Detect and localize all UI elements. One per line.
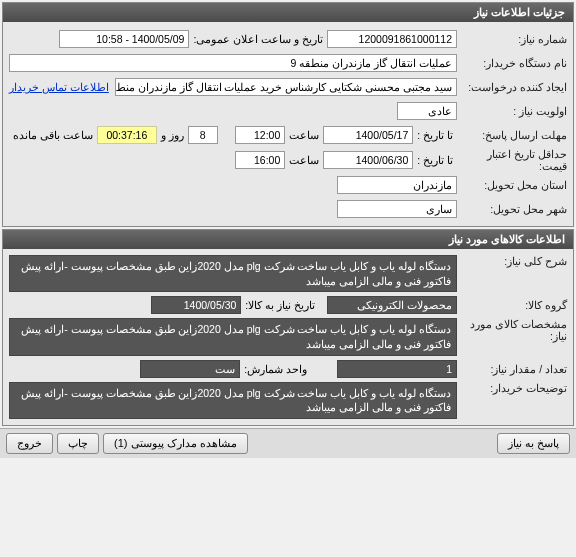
need-number-value: 1200091861000112 [327, 30, 457, 48]
priority-value: عادی [397, 102, 457, 120]
spec-label: مشخصات کالای مورد نیاز: [457, 318, 567, 342]
respond-button[interactable]: پاسخ به نیاز [497, 433, 570, 454]
need-date-label: تاریخ نیاز به کالا: [245, 299, 315, 311]
deadline-label: مهلت ارسال پاسخ: [457, 129, 567, 141]
exit-button[interactable]: خروج [6, 433, 53, 454]
time-label-2: ساعت [289, 154, 319, 166]
buyer-org-label: نام دستگاه خریدار: [457, 57, 567, 69]
days-label: روز و [161, 129, 184, 141]
requester-value: سید مجتبی محسنی شکتایی کارشناس خرید عملی… [115, 78, 457, 96]
days-remaining-value: 8 [188, 126, 218, 144]
time-label-1: ساعت [289, 129, 319, 141]
unit-label: واحد شمارش: [244, 363, 307, 375]
province-value: مازندران [337, 176, 457, 194]
goods-info-panel: اطلاعات کالاهای مورد نیاز شرح کلی نیاز: … [2, 229, 574, 426]
requester-label: ایجاد کننده درخواست: [457, 81, 567, 93]
panel2-body: شرح کلی نیاز: دستگاه لوله یاب و کابل یاب… [3, 249, 573, 425]
buyer-notes-value: دستگاه لوله یاب و کابل یاب ساخت شرکت plg… [9, 382, 457, 419]
attachments-button[interactable]: مشاهده مدارک پیوستی (1) [103, 433, 248, 454]
spec-value: دستگاه لوله یاب و کابل یاب ساخت شرکت plg… [9, 318, 457, 355]
city-label: شهر محل تحویل: [457, 203, 567, 215]
buyer-notes-label: توضیحات خریدار: [457, 382, 567, 394]
announce-label: تاریخ و ساعت اعلان عمومی: [193, 33, 323, 45]
qty-value: 1 [337, 360, 457, 378]
to-date-label-2: تا تاریخ : [417, 154, 453, 166]
group-label: گروه کالا: [457, 299, 567, 311]
panel1-header: جزئیات اطلاعات نیاز [3, 3, 573, 22]
time-remaining-value: 00:37:16 [97, 126, 157, 144]
priority-label: اولویت نیاز : [457, 105, 567, 117]
validity-time-value: 16:00 [235, 151, 285, 169]
need-date-value: 1400/05/30 [151, 296, 241, 314]
panel2-header: اطلاعات کالاهای مورد نیاز [3, 230, 573, 249]
validity-date-value: 1400/06/30 [323, 151, 413, 169]
deadline-time-value: 12:00 [235, 126, 285, 144]
city-value: ساری [337, 200, 457, 218]
need-number-label: شماره نیاز: [457, 33, 567, 45]
province-label: استان محل تحویل: [457, 179, 567, 191]
buyer-contact-link[interactable]: اطلاعات تماس خریدار [9, 81, 109, 93]
print-button[interactable]: چاپ [57, 433, 99, 454]
unit-value: ست [140, 360, 240, 378]
panel1-body: شماره نیاز: 1200091861000112 تاریخ و ساع… [3, 22, 573, 226]
group-value: محصولات الکترونیکی [327, 296, 457, 314]
validity-label: حداقل تاریخ اعتبار قیمت: [457, 148, 567, 172]
desc-label: شرح کلی نیاز: [457, 255, 567, 267]
qty-label: تعداد / مقدار نیاز: [457, 363, 567, 375]
need-details-panel: جزئیات اطلاعات نیاز شماره نیاز: 12000918… [2, 2, 574, 227]
deadline-date-value: 1400/05/17 [323, 126, 413, 144]
announce-value: 1400/05/09 - 10:58 [59, 30, 189, 48]
buyer-org-value: عملیات انتقال گاز مازندران منطقه 9 [9, 54, 457, 72]
remaining-label: ساعت باقی مانده [13, 129, 93, 141]
desc-value: دستگاه لوله یاب و کابل یاب ساخت شرکت plg… [9, 255, 457, 292]
footer-bar: پاسخ به نیاز مشاهده مدارک پیوستی (1) چاپ… [0, 428, 576, 458]
to-date-label: تا تاریخ : [417, 129, 453, 141]
